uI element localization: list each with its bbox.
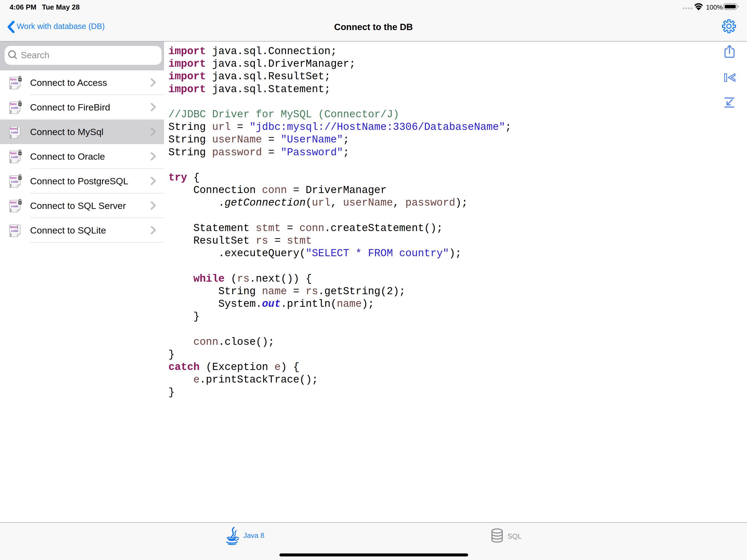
svg-text:func: func — [10, 102, 17, 105]
svg-text:func: func — [10, 78, 17, 81]
svg-text:}: } — [10, 232, 11, 236]
svg-text:}: } — [10, 85, 11, 89]
svg-text:code: code — [11, 106, 18, 109]
svg-text:code: code — [11, 81, 18, 85]
svg-text:func: func — [10, 201, 17, 204]
svg-text:code: code — [11, 131, 18, 134]
svg-text:}: } — [10, 109, 11, 113]
svg-text:func: func — [10, 152, 17, 155]
svg-text:code: code — [11, 229, 18, 232]
svg-text:}: } — [10, 134, 11, 138]
svg-text:func: func — [10, 176, 17, 179]
svg-text:{: { — [17, 225, 18, 229]
svg-text:code: code — [11, 180, 18, 183]
svg-text:func: func — [10, 225, 17, 229]
svg-text:}: } — [10, 159, 11, 163]
svg-text:code: code — [11, 205, 18, 208]
svg-text:func: func — [10, 127, 17, 130]
svg-text:}: } — [10, 183, 11, 187]
svg-text:{: { — [17, 126, 18, 130]
svg-text:code: code — [11, 155, 18, 159]
svg-text:}: } — [10, 208, 11, 212]
